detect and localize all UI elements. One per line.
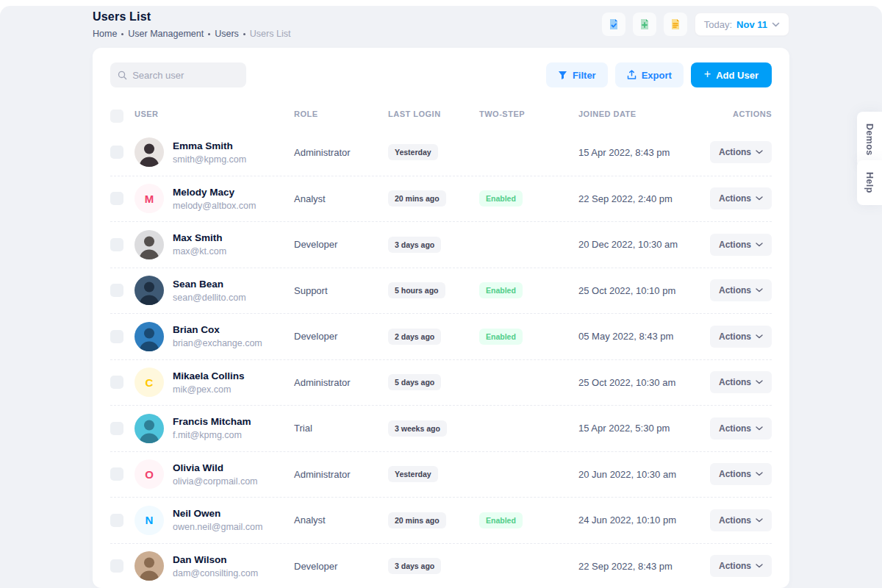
avatar-initial[interactable]: N: [135, 506, 164, 535]
two-step-badge: Enabled: [479, 190, 523, 207]
avatar-initial[interactable]: C: [135, 368, 164, 397]
row-checkbox[interactable]: [110, 376, 123, 389]
joined-date-cell: 15 Apr 2022, 8:43 pm: [578, 147, 703, 158]
person-silhouette-icon: [135, 137, 164, 167]
user-name[interactable]: Melody Macy: [173, 187, 256, 198]
two-step-badge: Enabled: [479, 512, 523, 528]
actions-button[interactable]: Actions: [710, 463, 772, 485]
user-name[interactable]: Sean Bean: [173, 279, 246, 290]
last-login-cell: 2 days ago: [388, 329, 479, 345]
actions-cell: Actions: [710, 417, 772, 440]
joined-date-cell: 05 May 2022, 8:43 pm: [578, 331, 703, 342]
user-name[interactable]: Francis Mitcham: [173, 416, 251, 427]
file-lines-icon: [669, 18, 682, 31]
breadcrumb-item[interactable]: User Management: [128, 29, 210, 39]
chevron-down-icon: [756, 243, 763, 247]
avatar-photo[interactable]: [135, 137, 164, 167]
table-row: O Olivia Wild olivia@corpmail.com Admini…: [110, 451, 772, 498]
user-name[interactable]: Emma Smith: [173, 140, 246, 151]
last-login-cell: 3 weeks ago: [388, 420, 479, 437]
user-email: owen.neil@gmail.com: [173, 522, 262, 532]
last-login-cell: 5 days ago: [388, 374, 479, 390]
user-name[interactable]: Brian Cox: [173, 324, 262, 335]
role-cell: Analyst: [294, 514, 388, 526]
user-name[interactable]: Mikaela Collins: [173, 370, 245, 381]
user-meta: Mikaela Collins mik@pex.com: [173, 370, 245, 395]
actions-button[interactable]: Actions: [710, 141, 772, 163]
last-login-cell: 20 mins ago: [388, 512, 479, 528]
export-label: Export: [642, 70, 672, 81]
user-name[interactable]: Dan Wilson: [173, 554, 258, 565]
last-login-badge: Yesterday: [388, 466, 438, 482]
row-checkbox[interactable]: [110, 284, 123, 297]
actions-button[interactable]: Actions: [710, 326, 772, 348]
breadcrumb-item[interactable]: Users: [215, 29, 245, 39]
file-lines-button[interactable]: [664, 12, 687, 36]
file-plus-button[interactable]: [633, 12, 656, 36]
actions-button[interactable]: Actions: [710, 509, 772, 531]
actions-label: Actions: [719, 561, 751, 571]
avatar-initial[interactable]: M: [135, 184, 164, 213]
actions-cell: Actions: [710, 463, 772, 485]
user-name[interactable]: Max Smith: [173, 232, 226, 243]
user-cell: M Melody Macy melody@altbox.com: [135, 184, 294, 213]
select-all-checkbox[interactable]: [110, 110, 123, 123]
search-input[interactable]: [132, 70, 239, 81]
actions-label: Actions: [719, 515, 751, 526]
add-user-button[interactable]: + Add User: [691, 62, 772, 87]
breadcrumb-item[interactable]: Home: [93, 29, 123, 39]
role-cell: Developer: [294, 239, 388, 250]
user-email: brian@exchange.com: [173, 338, 262, 348]
last-login-cell: Yesterday: [388, 466, 479, 482]
avatar-photo[interactable]: [135, 322, 164, 351]
row-checkbox[interactable]: [110, 330, 123, 343]
actions-button[interactable]: Actions: [710, 187, 772, 209]
side-tab-demos[interactable]: Demos: [857, 112, 882, 168]
filter-label: Filter: [573, 70, 596, 81]
actions-button[interactable]: Actions: [710, 555, 772, 577]
row-checkbox[interactable]: [110, 467, 123, 481]
actions-button[interactable]: Actions: [710, 371, 772, 393]
joined-date-cell: 20 Dec 2022, 10:30 am: [578, 239, 703, 250]
search-icon: [118, 70, 127, 81]
table-row: Max Smith max@kt.com Developer 3 days ag…: [110, 221, 772, 268]
row-checkbox[interactable]: [110, 559, 123, 573]
column-header-user: USER: [135, 110, 294, 118]
user-meta: Max Smith max@kt.com: [173, 232, 226, 257]
role-cell: Trial: [294, 423, 388, 434]
actions-button[interactable]: Actions: [710, 279, 772, 301]
two-step-badge: Enabled: [479, 329, 523, 345]
two-step-cell: Enabled: [479, 329, 578, 345]
breadcrumb: HomeUser ManagementUsersUsers List: [93, 29, 290, 39]
date-picker[interactable]: Today: Nov 11: [695, 12, 789, 36]
avatar-initial[interactable]: O: [135, 459, 164, 489]
chevron-down-icon: [756, 518, 763, 523]
row-checkbox[interactable]: [110, 146, 123, 159]
user-cell: Max Smith max@kt.com: [135, 230, 294, 259]
row-checkbox[interactable]: [110, 238, 123, 251]
avatar-photo[interactable]: [135, 276, 164, 305]
file-plus-icon: [638, 18, 651, 31]
side-tab-help[interactable]: Help: [857, 160, 882, 205]
avatar-photo[interactable]: [135, 414, 164, 443]
user-email: sean@dellito.com: [173, 293, 246, 303]
user-name[interactable]: Olivia Wild: [173, 462, 258, 473]
actions-label: Actions: [719, 147, 751, 157]
row-checkbox[interactable]: [110, 514, 123, 527]
row-checkbox[interactable]: [110, 422, 123, 435]
table-header: USER ROLE LAST LOGIN TWO-STEP JOINED DAT…: [110, 107, 772, 129]
actions-button[interactable]: Actions: [710, 417, 772, 440]
role-cell: Administrator: [294, 147, 388, 158]
user-name[interactable]: Neil Owen: [173, 508, 262, 519]
row-checkbox[interactable]: [110, 192, 123, 205]
filter-button[interactable]: Filter: [546, 62, 608, 87]
export-button[interactable]: Export: [615, 62, 684, 87]
breadcrumb-separator-dot: [243, 33, 245, 35]
two-step-cell: Enabled: [479, 282, 578, 298]
actions-button[interactable]: Actions: [710, 234, 772, 256]
user-email: melody@altbox.com: [173, 201, 256, 211]
avatar-photo[interactable]: [135, 551, 164, 581]
file-check-button[interactable]: [602, 12, 625, 36]
avatar-photo[interactable]: [135, 230, 164, 259]
user-meta: Emma Smith smith@kpmg.com: [173, 140, 246, 165]
